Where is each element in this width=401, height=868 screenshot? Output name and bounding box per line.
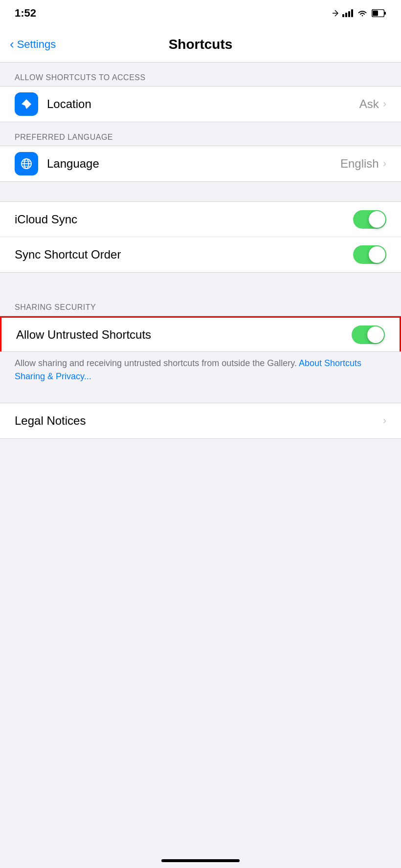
sharing-security-header: SHARING SECURITY [0,292,401,316]
sync-section: iCloud Sync Sync Shortcut Order [0,201,401,273]
icloud-sync-toggle[interactable] [353,210,386,229]
preferred-language-body: Language English › [0,146,401,182]
language-chevron-icon: › [383,157,386,170]
bottom-spacer [0,439,401,634]
sharing-security-section: SHARING SECURITY Allow Untrusted Shortcu… [0,292,401,393]
back-button[interactable]: ‹ Settings [10,37,56,52]
allow-access-body: Location Ask › [0,86,401,122]
page-title: Shortcuts [169,37,233,52]
legal-chevron-icon: › [383,414,386,427]
status-icons [332,9,386,17]
allow-untrusted-row[interactable]: Allow Untrusted Shortcuts [0,316,401,351]
allow-access-section: ALLOW SHORTCUTS TO ACCESS Location Ask › [0,63,401,122]
language-row[interactable]: Language English › [0,146,401,181]
icloud-sync-label: iCloud Sync [15,213,353,226]
allow-untrusted-toggle[interactable] [352,326,385,344]
legal-notices-label: Legal Notices [15,414,383,428]
sync-order-label: Sync Shortcut Order [15,248,353,261]
location-value: Ask [359,97,379,111]
spacer-1 [0,182,401,201]
legal-notices-row[interactable]: Legal Notices › [0,403,401,438]
svg-rect-2 [348,11,350,17]
icloud-sync-toggle-thumb [369,211,385,228]
home-indicator [161,859,240,862]
language-row-icon [15,152,38,175]
allow-access-header: ALLOW SHORTCUTS TO ACCESS [0,63,401,86]
icloud-sync-row[interactable]: iCloud Sync [0,202,401,237]
wifi-icon [357,9,368,17]
svg-rect-0 [342,14,344,17]
sync-body: iCloud Sync Sync Shortcut Order [0,201,401,273]
svg-rect-6 [373,11,378,16]
legal-section: Legal Notices › [0,403,401,439]
sync-order-toggle-thumb [369,246,385,263]
sharing-security-body: Allow Untrusted Shortcuts [0,316,401,352]
sharing-description-text: Allow sharing and receiving untrusted sh… [15,358,297,368]
sharing-security-description: Allow sharing and receiving untrusted sh… [0,352,401,393]
location-icon [332,10,338,17]
preferred-language-header: PREFERRED LANGUAGE [0,122,401,146]
back-chevron-icon: ‹ [10,37,14,52]
nav-bar: ‹ Settings Shortcuts [0,26,401,63]
language-value: English [340,157,379,171]
location-label: Location [47,97,359,111]
svg-rect-5 [384,12,386,15]
sync-order-toggle[interactable] [353,245,386,264]
signal-icon [342,9,353,17]
arrow-icon [20,98,33,110]
allow-untrusted-toggle-thumb [367,326,384,343]
back-label: Settings [17,38,56,51]
spacer-2 [0,273,401,292]
sync-order-row[interactable]: Sync Shortcut Order [0,237,401,272]
status-time: 1:52 [15,7,36,20]
status-bar: 1:52 [0,0,401,26]
battery-icon [372,9,386,17]
allow-untrusted-label: Allow Untrusted Shortcuts [16,328,352,342]
svg-rect-3 [351,9,353,17]
preferred-language-section: PREFERRED LANGUAGE Language English › [0,122,401,182]
legal-body: Legal Notices › [0,403,401,439]
location-row-icon [15,92,38,116]
location-chevron-icon: › [383,98,386,110]
globe-icon [20,157,33,170]
language-label: Language [47,157,340,171]
location-row[interactable]: Location Ask › [0,87,401,122]
svg-rect-1 [345,13,347,17]
